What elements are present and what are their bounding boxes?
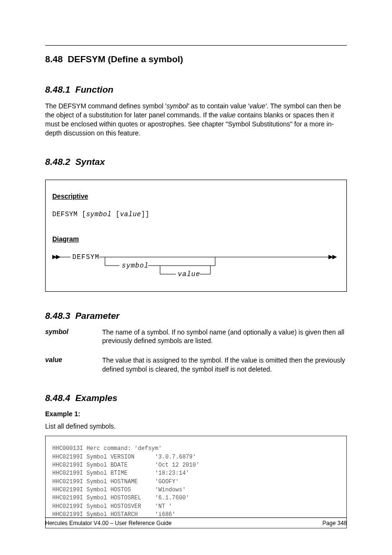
- param-name: value: [45, 356, 102, 374]
- top-rule: [45, 45, 347, 46]
- function-heading-num: 8.48.1: [45, 85, 70, 95]
- svg-marker-4: [333, 255, 336, 259]
- footer-left: Hercules Emulator V4.00 – User Reference…: [45, 520, 172, 526]
- parameter-row: value The value that is assigned to the …: [45, 356, 347, 374]
- diag-value: value: [178, 270, 200, 278]
- examples-heading-text: Examples: [75, 393, 117, 403]
- example-1-code: HHC00013I Herc command: 'defsym' HHC0219…: [45, 436, 347, 528]
- examples-heading: 8.48.4 Examples: [45, 393, 347, 403]
- svg-marker-0: [52, 255, 56, 259]
- svg-marker-5: [329, 255, 333, 259]
- page-content: 8.48 DEFSYM (Define a symbol) 8.48.1 Fun…: [0, 0, 392, 528]
- examples-heading-num: 8.48.4: [45, 393, 70, 403]
- parameter-row: symbol The name of a symbol. If no symbo…: [45, 328, 347, 346]
- function-body: The DEFSYM command defines symbol 'symbo…: [45, 102, 347, 138]
- section-title: 8.48 DEFSYM (Define a symbol): [45, 54, 347, 65]
- railroad-diagram-icon: DEFSYM symbol value: [52, 253, 340, 282]
- parameter-heading-num: 8.48.3: [45, 311, 70, 321]
- footer-right: Page 348: [323, 520, 347, 526]
- parameter-heading: 8.48.3 Parameter: [45, 311, 347, 321]
- svg-marker-1: [56, 255, 60, 259]
- diag-symbol: symbol: [122, 262, 149, 269]
- param-desc: The name of a symbol. If no symbol name …: [102, 328, 347, 346]
- syntax-heading-num: 8.48.2: [45, 157, 70, 167]
- example-1-desc: List all defined symbols.: [45, 422, 347, 430]
- descriptive-label: Descriptive: [52, 192, 340, 200]
- syntax-heading-text: Syntax: [75, 157, 105, 167]
- parameter-heading-text: Parameter: [75, 311, 119, 321]
- function-heading: 8.48.1 Function: [45, 85, 347, 95]
- param-desc: The value that is assigned to the symbol…: [102, 356, 347, 374]
- syntax-heading: 8.48.2 Syntax: [45, 157, 347, 167]
- diag-cmd: DEFSYM: [72, 253, 99, 261]
- section-name: DEFSYM (Define a symbol): [68, 54, 183, 64]
- function-heading-text: Function: [75, 85, 113, 95]
- section-number: 8.48: [45, 54, 63, 64]
- page-footer: Hercules Emulator V4.00 – User Reference…: [45, 517, 347, 526]
- diagram-label: Diagram: [52, 235, 340, 243]
- example-1-label: Example 1:: [45, 410, 347, 418]
- syntax-diagram: DEFSYM symbol value: [52, 253, 340, 282]
- syntax-box: Descriptive DEFSYM [symbol [value]] Diag…: [45, 180, 347, 292]
- descriptive-syntax: DEFSYM [symbol [value]]: [52, 211, 340, 218]
- param-name: symbol: [45, 328, 102, 346]
- parameter-table: symbol The name of a symbol. If no symbo…: [45, 328, 347, 374]
